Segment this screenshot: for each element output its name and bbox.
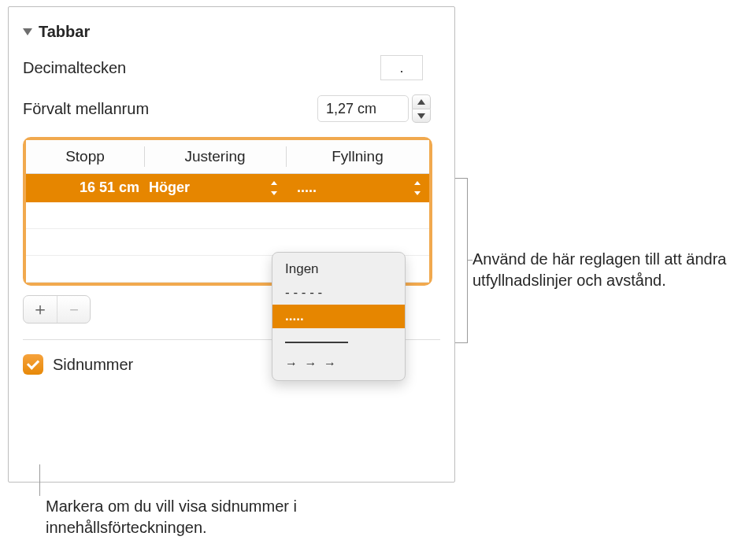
callout-right: Använd de här reglagen till att ändra ut… (472, 249, 740, 291)
spacing-stepper: 1,27 cm (317, 94, 431, 123)
col-stop[interactable]: Stopp (26, 140, 144, 174)
callout-lead-line (39, 464, 40, 496)
fill-option-dots[interactable]: ..... (272, 305, 405, 328)
tabs-panel: Tabbar Decimaltecken . Förvalt mellanrum… (8, 6, 455, 483)
chevron-down-icon (23, 28, 32, 35)
tab-stop-row[interactable]: 16 51 cm Höger ..... (26, 174, 429, 202)
updown-icon (412, 180, 423, 196)
stop-value[interactable]: 16 51 cm (26, 174, 144, 202)
updown-icon (269, 180, 280, 196)
section-title: Tabbar (39, 23, 90, 41)
page-numbers-label: Sidnummer (53, 356, 133, 374)
fill-select[interactable]: ..... (286, 174, 429, 202)
spacing-row: Förvalt mellanrum 1,27 cm (23, 94, 440, 123)
table-row (26, 202, 429, 229)
fill-option-none[interactable]: Ingen (272, 257, 405, 281)
page-numbers-checkbox[interactable] (23, 354, 43, 375)
callout-bracket (455, 178, 468, 343)
decimal-input[interactable]: . (380, 55, 423, 80)
fill-popup[interactable]: Ingen - - - - - ..... → → → (272, 252, 406, 381)
col-align[interactable]: Justering (144, 140, 286, 174)
step-up-button[interactable] (412, 94, 431, 109)
spacing-input[interactable]: 1,27 cm (317, 95, 409, 122)
align-select[interactable]: Höger (144, 174, 286, 202)
check-icon (27, 357, 39, 369)
decimal-row: Decimaltecken . (23, 55, 440, 80)
fill-option-solid[interactable] (272, 328, 405, 352)
fill-value: ..... (297, 179, 317, 195)
col-fill[interactable]: Fyllning (286, 140, 429, 174)
chevron-down-icon (417, 113, 425, 119)
solid-line-icon (285, 342, 348, 343)
chevron-up-icon (417, 99, 425, 105)
decimal-label: Decimaltecken (23, 59, 126, 77)
spacing-label: Förvalt mellanrum (23, 100, 149, 118)
callout-bottom: Markera om du vill visa sidnummer i inne… (46, 496, 376, 538)
arrows-icon: → → → (285, 357, 338, 371)
section-header[interactable]: Tabbar (23, 23, 440, 41)
fill-option-arrows[interactable]: → → → (272, 352, 405, 375)
spacing-step-buttons (412, 94, 431, 123)
step-down-button[interactable] (412, 109, 431, 123)
align-value: Höger (149, 179, 190, 195)
callout-bracket-tail (467, 260, 472, 261)
remove-tab-button[interactable]: － (57, 296, 90, 323)
add-tab-button[interactable]: ＋ (24, 296, 57, 323)
fill-option-dashes[interactable]: - - - - - (272, 281, 405, 305)
